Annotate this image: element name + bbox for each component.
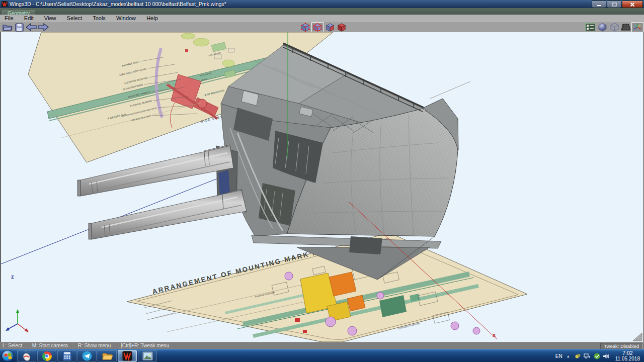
edge-mode-cube-icon <box>312 23 323 32</box>
windows-logo-icon <box>4 352 12 360</box>
close-button[interactable] <box>622 1 643 8</box>
menubar: File Edit View Select Tools Window Help <box>0 15 644 23</box>
wings3d-taskbar-icon <box>122 351 132 361</box>
tab-strip: Geometry <box>0 8 644 15</box>
smooth-shaded-button[interactable] <box>597 23 608 32</box>
open-folder-icon <box>3 23 13 31</box>
folder-icon <box>102 352 113 360</box>
volume-icon[interactable] <box>603 352 610 360</box>
tray-date: 11.05.2018 <box>615 356 640 361</box>
menu-edit[interactable]: Edit <box>20 15 38 23</box>
taskbar-item-explorer[interactable] <box>98 350 117 362</box>
taskbar-item-chrome[interactable] <box>37 350 56 362</box>
select-mode-body-button[interactable] <box>336 23 347 32</box>
hint-right-mouse: R: Show menu <box>78 343 111 348</box>
telegram-icon <box>82 351 92 361</box>
taskbar-item-wings3d[interactable] <box>118 350 137 362</box>
open-button[interactable] <box>2 23 13 32</box>
wireframe-button[interactable] <box>609 23 620 32</box>
clock[interactable]: 7:02 11.05.2018 <box>615 350 640 361</box>
tray-time: 7:02 <box>615 350 640 356</box>
image-viewer-icon <box>142 351 153 360</box>
ground-grid-icon <box>621 24 631 31</box>
show-axes-button[interactable] <box>632 23 643 32</box>
taskbar-item-telegram[interactable] <box>77 350 97 362</box>
close-icon <box>630 3 634 7</box>
tray-expand-icon[interactable]: ▲ <box>567 354 570 358</box>
toolbar <box>0 22 644 33</box>
tray-app-icon[interactable] <box>574 352 582 360</box>
ground-plane-button[interactable] <box>620 23 631 32</box>
chrome-icon <box>42 351 52 361</box>
security-icon[interactable] <box>593 352 601 360</box>
wings3d-window: Wings3D - C:\Users\Seliat\Desktop\Zakaz_… <box>0 0 644 362</box>
save-floppy-icon <box>15 23 24 32</box>
x-axis-label: x <box>493 332 496 338</box>
select-mode-vertex-button[interactable] <box>300 23 311 32</box>
hint-ctrl-right: [Ctrl]+R: Tweak menu <box>121 343 169 348</box>
menu-tools[interactable]: Tools <box>88 15 110 23</box>
mouse-tool-icon <box>22 351 32 361</box>
taskbar: EN ▲ <box>0 349 644 362</box>
window-title: Wings3D - C:\Users\Seliat\Desktop\Zakaz_… <box>10 1 226 7</box>
viewport-3d[interactable]: ℄ OF LEFT GUN ℄ OF MOUNTING <box>0 32 644 342</box>
menu-window[interactable]: Window <box>112 15 140 23</box>
minimize-icon <box>597 5 601 6</box>
taskbar-item-calculator[interactable] <box>57 350 76 362</box>
network-icon[interactable] <box>584 352 591 360</box>
taskbar-item-mouse-tool[interactable] <box>17 350 36 362</box>
hint-middle-mouse: M: Start camera <box>32 343 68 348</box>
z-axis-label: z <box>11 274 14 280</box>
back-arrow-icon <box>26 23 37 31</box>
smooth-shaded-cube-icon <box>598 23 607 32</box>
axes-icon <box>633 23 642 32</box>
geometry-graph-icon <box>585 23 595 31</box>
hint-left-mouse: L: Select <box>3 343 22 348</box>
save-button[interactable] <box>14 23 25 32</box>
forward-arrow-icon <box>38 23 49 31</box>
taskbar-item-image-viewer[interactable] <box>138 350 157 362</box>
titlebar[interactable]: Wings3D - C:\Users\Seliat\Desktop\Zakaz_… <box>0 0 644 8</box>
system-tray: EN ▲ <box>555 349 644 362</box>
select-mode-face-button[interactable] <box>325 23 336 32</box>
language-indicator[interactable]: EN <box>555 353 562 359</box>
minimize-button[interactable] <box>592 1 606 8</box>
vertex-mode-cube-icon <box>300 23 310 32</box>
maximize-button[interactable] <box>607 1 621 8</box>
menu-select[interactable]: Select <box>62 15 87 23</box>
calculator-icon <box>62 351 72 361</box>
wireframe-cube-icon <box>610 23 619 32</box>
wings3d-app-icon <box>2 1 8 7</box>
body-mode-cube-icon <box>337 23 347 32</box>
menu-view[interactable]: View <box>40 15 61 23</box>
statusbar: L: Select M: Start camera R: Show menu [… <box>0 342 644 349</box>
geometry-graph-button[interactable] <box>585 23 596 32</box>
menu-help[interactable]: Help <box>142 15 163 23</box>
menu-file[interactable]: File <box>0 15 18 23</box>
start-button[interactable] <box>2 350 14 362</box>
forward-button[interactable] <box>38 23 49 32</box>
maximize-icon <box>612 3 616 6</box>
face-mode-cube-icon <box>325 23 335 32</box>
back-button[interactable] <box>26 23 37 32</box>
select-mode-edge-button[interactable] <box>312 23 323 32</box>
